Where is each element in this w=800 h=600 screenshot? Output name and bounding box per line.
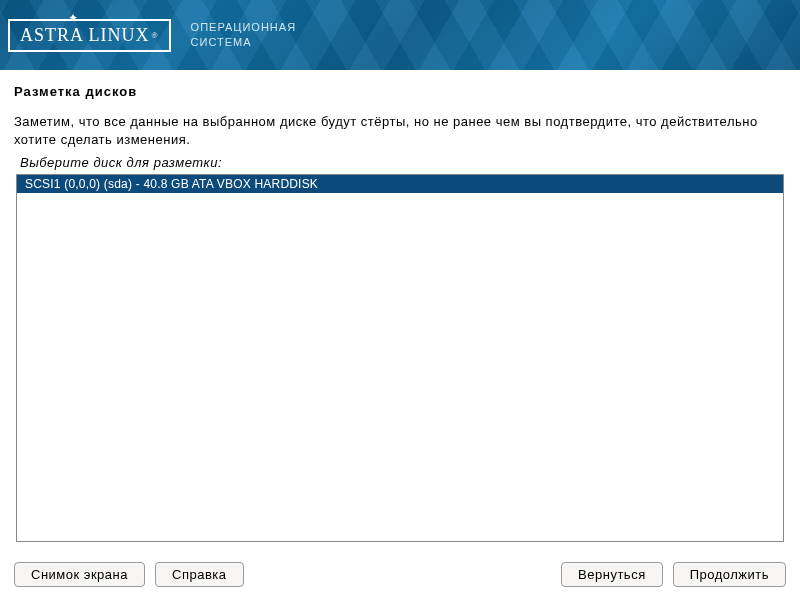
help-button[interactable]: Справка — [155, 562, 244, 587]
astra-linux-logo: ✦ ASTRA LINUX® — [8, 19, 171, 52]
installer-header: ✦ ASTRA LINUX® ОПЕРАЦИОННАЯ СИСТЕМА — [0, 0, 800, 70]
header-subtitle: ОПЕРАЦИОННАЯ СИСТЕМА — [191, 20, 297, 51]
footer-toolbar: Снимок экрана Справка Вернуться Продолжи… — [0, 556, 800, 600]
content-area: Разметка дисков Заметим, что все данные … — [0, 70, 800, 542]
subtitle-line2: СИСТЕМА — [191, 35, 297, 50]
disk-list-item[interactable]: SCSI1 (0,0,0) (sda) - 40.8 GB ATA VBOX H… — [17, 175, 783, 193]
subtitle-line1: ОПЕРАЦИОННАЯ — [191, 20, 297, 35]
registered-mark: ® — [152, 31, 159, 40]
select-disk-prompt: Выберите диск для разметки: — [20, 155, 786, 170]
disk-listbox[interactable]: SCSI1 (0,0,0) (sda) - 40.8 GB ATA VBOX H… — [16, 174, 784, 542]
continue-button[interactable]: Продолжить — [673, 562, 786, 587]
page-title: Разметка дисков — [14, 84, 786, 99]
screenshot-button[interactable]: Снимок экрана — [14, 562, 145, 587]
star-icon: ✦ — [68, 11, 79, 26]
back-button[interactable]: Вернуться — [561, 562, 663, 587]
logo-text: ASTRA LINUX — [20, 25, 150, 46]
warning-text: Заметим, что все данные на выбранном дис… — [14, 113, 786, 149]
